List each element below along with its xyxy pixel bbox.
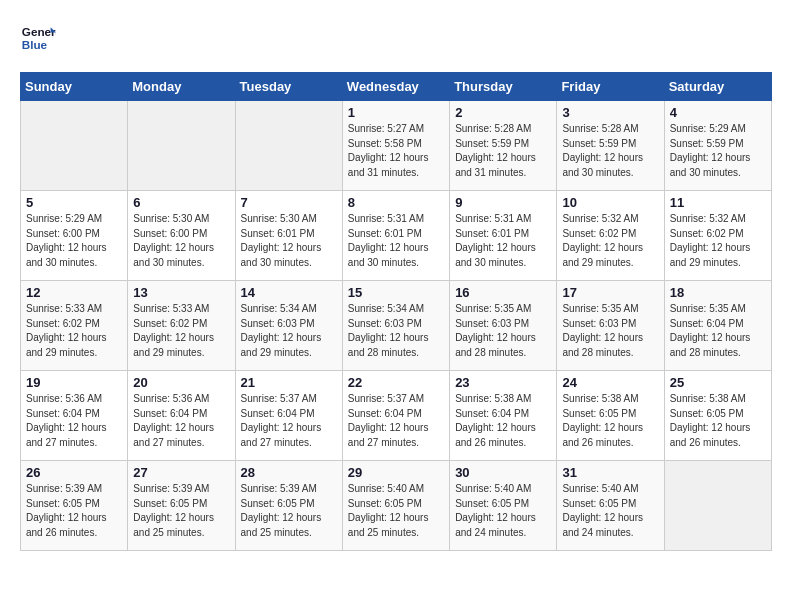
calendar-header: SundayMondayTuesdayWednesdayThursdayFrid… bbox=[21, 73, 772, 101]
day-info: Sunrise: 5:38 AMSunset: 6:05 PMDaylight:… bbox=[670, 392, 766, 450]
day-number: 21 bbox=[241, 375, 337, 390]
calendar-day: 28Sunrise: 5:39 AMSunset: 6:05 PMDayligh… bbox=[235, 461, 342, 551]
calendar-day: 27Sunrise: 5:39 AMSunset: 6:05 PMDayligh… bbox=[128, 461, 235, 551]
day-info: Sunrise: 5:30 AMSunset: 6:00 PMDaylight:… bbox=[133, 212, 229, 270]
day-number: 20 bbox=[133, 375, 229, 390]
calendar-day bbox=[128, 101, 235, 191]
svg-text:Blue: Blue bbox=[22, 38, 48, 51]
day-info: Sunrise: 5:31 AMSunset: 6:01 PMDaylight:… bbox=[348, 212, 444, 270]
calendar-day: 22Sunrise: 5:37 AMSunset: 6:04 PMDayligh… bbox=[342, 371, 449, 461]
calendar-day: 1Sunrise: 5:27 AMSunset: 5:58 PMDaylight… bbox=[342, 101, 449, 191]
day-number: 9 bbox=[455, 195, 551, 210]
calendar-day: 26Sunrise: 5:39 AMSunset: 6:05 PMDayligh… bbox=[21, 461, 128, 551]
day-number: 1 bbox=[348, 105, 444, 120]
calendar-day: 11Sunrise: 5:32 AMSunset: 6:02 PMDayligh… bbox=[664, 191, 771, 281]
calendar-day: 13Sunrise: 5:33 AMSunset: 6:02 PMDayligh… bbox=[128, 281, 235, 371]
calendar-day: 10Sunrise: 5:32 AMSunset: 6:02 PMDayligh… bbox=[557, 191, 664, 281]
weekday-header-wednesday: Wednesday bbox=[342, 73, 449, 101]
day-info: Sunrise: 5:30 AMSunset: 6:01 PMDaylight:… bbox=[241, 212, 337, 270]
calendar-week-3: 12Sunrise: 5:33 AMSunset: 6:02 PMDayligh… bbox=[21, 281, 772, 371]
day-info: Sunrise: 5:33 AMSunset: 6:02 PMDaylight:… bbox=[133, 302, 229, 360]
day-number: 8 bbox=[348, 195, 444, 210]
logo: General Blue bbox=[20, 20, 56, 56]
day-number: 22 bbox=[348, 375, 444, 390]
day-info: Sunrise: 5:37 AMSunset: 6:04 PMDaylight:… bbox=[241, 392, 337, 450]
weekday-header-saturday: Saturday bbox=[664, 73, 771, 101]
calendar-day: 16Sunrise: 5:35 AMSunset: 6:03 PMDayligh… bbox=[450, 281, 557, 371]
day-number: 12 bbox=[26, 285, 122, 300]
calendar-day: 7Sunrise: 5:30 AMSunset: 6:01 PMDaylight… bbox=[235, 191, 342, 281]
day-number: 15 bbox=[348, 285, 444, 300]
day-info: Sunrise: 5:38 AMSunset: 6:04 PMDaylight:… bbox=[455, 392, 551, 450]
day-info: Sunrise: 5:32 AMSunset: 6:02 PMDaylight:… bbox=[670, 212, 766, 270]
day-number: 13 bbox=[133, 285, 229, 300]
calendar-day: 3Sunrise: 5:28 AMSunset: 5:59 PMDaylight… bbox=[557, 101, 664, 191]
day-number: 23 bbox=[455, 375, 551, 390]
calendar-day: 25Sunrise: 5:38 AMSunset: 6:05 PMDayligh… bbox=[664, 371, 771, 461]
day-info: Sunrise: 5:36 AMSunset: 6:04 PMDaylight:… bbox=[133, 392, 229, 450]
calendar-week-5: 26Sunrise: 5:39 AMSunset: 6:05 PMDayligh… bbox=[21, 461, 772, 551]
calendar-day: 8Sunrise: 5:31 AMSunset: 6:01 PMDaylight… bbox=[342, 191, 449, 281]
calendar-day: 17Sunrise: 5:35 AMSunset: 6:03 PMDayligh… bbox=[557, 281, 664, 371]
day-number: 31 bbox=[562, 465, 658, 480]
calendar-day: 23Sunrise: 5:38 AMSunset: 6:04 PMDayligh… bbox=[450, 371, 557, 461]
calendar-day: 2Sunrise: 5:28 AMSunset: 5:59 PMDaylight… bbox=[450, 101, 557, 191]
day-info: Sunrise: 5:28 AMSunset: 5:59 PMDaylight:… bbox=[455, 122, 551, 180]
calendar-day: 14Sunrise: 5:34 AMSunset: 6:03 PMDayligh… bbox=[235, 281, 342, 371]
day-info: Sunrise: 5:37 AMSunset: 6:04 PMDaylight:… bbox=[348, 392, 444, 450]
day-number: 26 bbox=[26, 465, 122, 480]
day-info: Sunrise: 5:34 AMSunset: 6:03 PMDaylight:… bbox=[241, 302, 337, 360]
day-info: Sunrise: 5:29 AMSunset: 6:00 PMDaylight:… bbox=[26, 212, 122, 270]
calendar-day: 31Sunrise: 5:40 AMSunset: 6:05 PMDayligh… bbox=[557, 461, 664, 551]
calendar-day: 6Sunrise: 5:30 AMSunset: 6:00 PMDaylight… bbox=[128, 191, 235, 281]
calendar-week-2: 5Sunrise: 5:29 AMSunset: 6:00 PMDaylight… bbox=[21, 191, 772, 281]
day-number: 17 bbox=[562, 285, 658, 300]
day-number: 27 bbox=[133, 465, 229, 480]
calendar-day: 30Sunrise: 5:40 AMSunset: 6:05 PMDayligh… bbox=[450, 461, 557, 551]
calendar-day: 20Sunrise: 5:36 AMSunset: 6:04 PMDayligh… bbox=[128, 371, 235, 461]
calendar-day: 5Sunrise: 5:29 AMSunset: 6:00 PMDaylight… bbox=[21, 191, 128, 281]
day-number: 16 bbox=[455, 285, 551, 300]
day-number: 5 bbox=[26, 195, 122, 210]
day-info: Sunrise: 5:33 AMSunset: 6:02 PMDaylight:… bbox=[26, 302, 122, 360]
day-number: 30 bbox=[455, 465, 551, 480]
day-info: Sunrise: 5:27 AMSunset: 5:58 PMDaylight:… bbox=[348, 122, 444, 180]
logo-icon: General Blue bbox=[20, 20, 56, 56]
calendar-day: 24Sunrise: 5:38 AMSunset: 6:05 PMDayligh… bbox=[557, 371, 664, 461]
day-info: Sunrise: 5:35 AMSunset: 6:04 PMDaylight:… bbox=[670, 302, 766, 360]
day-info: Sunrise: 5:29 AMSunset: 5:59 PMDaylight:… bbox=[670, 122, 766, 180]
calendar-day: 15Sunrise: 5:34 AMSunset: 6:03 PMDayligh… bbox=[342, 281, 449, 371]
day-info: Sunrise: 5:40 AMSunset: 6:05 PMDaylight:… bbox=[455, 482, 551, 540]
day-info: Sunrise: 5:35 AMSunset: 6:03 PMDaylight:… bbox=[455, 302, 551, 360]
calendar-table: SundayMondayTuesdayWednesdayThursdayFrid… bbox=[20, 72, 772, 551]
calendar-week-4: 19Sunrise: 5:36 AMSunset: 6:04 PMDayligh… bbox=[21, 371, 772, 461]
day-number: 11 bbox=[670, 195, 766, 210]
calendar-day: 9Sunrise: 5:31 AMSunset: 6:01 PMDaylight… bbox=[450, 191, 557, 281]
day-info: Sunrise: 5:31 AMSunset: 6:01 PMDaylight:… bbox=[455, 212, 551, 270]
day-number: 4 bbox=[670, 105, 766, 120]
day-number: 28 bbox=[241, 465, 337, 480]
day-number: 18 bbox=[670, 285, 766, 300]
day-info: Sunrise: 5:38 AMSunset: 6:05 PMDaylight:… bbox=[562, 392, 658, 450]
day-number: 24 bbox=[562, 375, 658, 390]
day-number: 10 bbox=[562, 195, 658, 210]
day-number: 19 bbox=[26, 375, 122, 390]
calendar-day: 18Sunrise: 5:35 AMSunset: 6:04 PMDayligh… bbox=[664, 281, 771, 371]
weekday-header-sunday: Sunday bbox=[21, 73, 128, 101]
day-info: Sunrise: 5:39 AMSunset: 6:05 PMDaylight:… bbox=[26, 482, 122, 540]
weekday-header-tuesday: Tuesday bbox=[235, 73, 342, 101]
day-info: Sunrise: 5:34 AMSunset: 6:03 PMDaylight:… bbox=[348, 302, 444, 360]
day-info: Sunrise: 5:28 AMSunset: 5:59 PMDaylight:… bbox=[562, 122, 658, 180]
day-info: Sunrise: 5:36 AMSunset: 6:04 PMDaylight:… bbox=[26, 392, 122, 450]
day-number: 29 bbox=[348, 465, 444, 480]
day-number: 3 bbox=[562, 105, 658, 120]
day-number: 25 bbox=[670, 375, 766, 390]
day-info: Sunrise: 5:39 AMSunset: 6:05 PMDaylight:… bbox=[133, 482, 229, 540]
day-info: Sunrise: 5:40 AMSunset: 6:05 PMDaylight:… bbox=[348, 482, 444, 540]
calendar-day: 4Sunrise: 5:29 AMSunset: 5:59 PMDaylight… bbox=[664, 101, 771, 191]
weekday-header-thursday: Thursday bbox=[450, 73, 557, 101]
day-info: Sunrise: 5:39 AMSunset: 6:05 PMDaylight:… bbox=[241, 482, 337, 540]
calendar-day: 19Sunrise: 5:36 AMSunset: 6:04 PMDayligh… bbox=[21, 371, 128, 461]
calendar-day bbox=[21, 101, 128, 191]
day-info: Sunrise: 5:40 AMSunset: 6:05 PMDaylight:… bbox=[562, 482, 658, 540]
